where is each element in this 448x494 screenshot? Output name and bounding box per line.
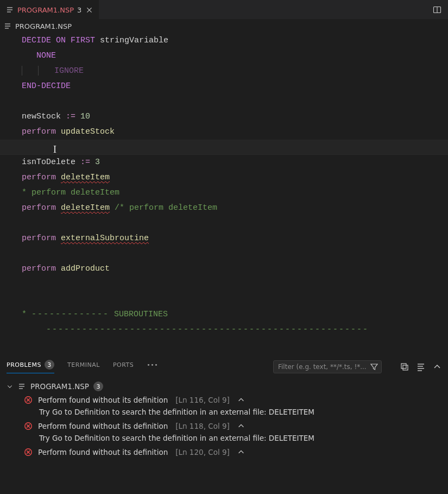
file-lines-icon bbox=[5, 5, 14, 14]
split-editor-icon[interactable] bbox=[426, 0, 448, 19]
problems-file-count: 3 bbox=[93, 382, 103, 391]
problem-message: Perform found without its definition bbox=[38, 448, 168, 457]
code-token: := bbox=[66, 112, 75, 121]
code-token: addProduct bbox=[56, 264, 110, 273]
problems-file-name: PROGRAM1.NSP bbox=[30, 382, 89, 391]
code-token: isnToDelete bbox=[22, 158, 80, 167]
ellipsis-icon: ••• bbox=[147, 361, 158, 368]
code-token: deleteItem bbox=[61, 173, 110, 182]
tab-filename: PROGRAM1.NSP bbox=[17, 6, 74, 14]
code-token: newStock bbox=[22, 112, 66, 121]
tab-badge: 3 bbox=[77, 6, 81, 14]
code-token: stringVariable bbox=[95, 36, 168, 45]
view-as-list-icon[interactable] bbox=[417, 362, 425, 371]
code-token: /* perform deleteItem bbox=[110, 203, 217, 212]
error-icon bbox=[24, 448, 33, 457]
code-token: ------------- bbox=[31, 310, 109, 319]
code-token: * perform deleteItem bbox=[22, 188, 119, 197]
code-token: perform bbox=[22, 203, 56, 212]
code-token: * bbox=[22, 310, 31, 319]
problem-item[interactable]: Perform found without its definition [Ln… bbox=[0, 446, 448, 459]
bottom-panel: Problems 3 Terminal Ports ••• bbox=[0, 357, 448, 494]
tab-label: Problems bbox=[7, 361, 41, 368]
problem-location: [Ln 118, Col 9] bbox=[175, 422, 230, 430]
file-lines-icon bbox=[17, 382, 26, 391]
code-token: perform bbox=[22, 234, 56, 243]
chevron-up-icon[interactable] bbox=[237, 396, 245, 404]
problems-list: PROGRAM1.NSP 3 Perform found without its… bbox=[0, 376, 448, 494]
tab-problems[interactable]: Problems 3 bbox=[7, 360, 54, 373]
code-token: perform bbox=[22, 173, 56, 182]
svg-rect-11 bbox=[403, 365, 408, 370]
error-icon bbox=[24, 396, 33, 404]
code-token: IGNORE bbox=[54, 66, 84, 76]
chevron-down-icon bbox=[7, 383, 13, 390]
chevron-up-icon[interactable] bbox=[237, 422, 245, 430]
code-token: updateStock bbox=[56, 127, 115, 136]
code-token: NONE bbox=[36, 51, 56, 60]
tab-terminal[interactable]: Terminal bbox=[67, 361, 100, 372]
tab-ports[interactable]: Ports bbox=[113, 361, 134, 372]
problem-message: Perform found without its definition bbox=[38, 396, 168, 404]
problems-filter-input[interactable] bbox=[273, 360, 382, 373]
breadcrumb[interactable]: PROGRAM1.NSP bbox=[0, 19, 448, 33]
problem-detail: Try Go to Definition to search the defin… bbox=[0, 433, 448, 446]
editor-tab[interactable]: PROGRAM1.NSP 3 bbox=[0, 0, 99, 19]
chevron-up-icon[interactable] bbox=[433, 362, 441, 371]
code-token: DECIDE ON FIRST bbox=[22, 36, 95, 45]
code-token: ----------------------------------------… bbox=[46, 325, 369, 334]
code-token: perform bbox=[22, 264, 56, 273]
collapse-all-icon[interactable] bbox=[400, 362, 409, 371]
problem-message: Perform found without its definition bbox=[38, 422, 168, 430]
problem-detail: Try Go to Definition to search the defin… bbox=[0, 407, 448, 420]
filter-wrap bbox=[273, 360, 382, 373]
close-icon[interactable] bbox=[85, 5, 93, 14]
problem-item[interactable]: Perform found without its definition [Ln… bbox=[0, 420, 448, 433]
panel-tab-row: Problems 3 Terminal Ports ••• bbox=[0, 357, 448, 376]
code-token: 10 bbox=[75, 112, 90, 121]
code-token: perform bbox=[22, 127, 56, 136]
code-token: END-DECIDE bbox=[22, 82, 71, 91]
error-icon bbox=[24, 422, 33, 430]
code-token: SUBROUTINES bbox=[109, 310, 168, 319]
file-lines-icon bbox=[3, 22, 12, 30]
code-token bbox=[56, 234, 61, 243]
tab-count: 3 bbox=[45, 360, 54, 370]
problem-item[interactable]: Perform found without its definition [Ln… bbox=[0, 393, 448, 407]
problem-location: [Ln 116, Col 9] bbox=[175, 396, 230, 404]
editor-tab-row: PROGRAM1.NSP 3 bbox=[0, 0, 448, 19]
code-token: 3 bbox=[90, 158, 100, 167]
code-token bbox=[56, 203, 61, 212]
breadcrumb-filename: PROGRAM1.NSP bbox=[15, 22, 72, 30]
code-editor[interactable]: I DECIDE ON FIRST stringVariable NONE IG… bbox=[0, 33, 448, 357]
svg-rect-10 bbox=[401, 364, 406, 368]
code-token: externalSubroutine bbox=[61, 234, 149, 243]
tab-overflow[interactable]: ••• bbox=[147, 361, 158, 372]
tab-label: Ports bbox=[113, 361, 134, 368]
tab-label: Terminal bbox=[67, 361, 100, 368]
problem-location: [Ln 120, Col 9] bbox=[175, 448, 230, 457]
code-token bbox=[56, 173, 61, 182]
code-token: deleteItem bbox=[61, 203, 110, 212]
code-token: := bbox=[80, 158, 90, 167]
problems-file-row[interactable]: PROGRAM1.NSP 3 bbox=[0, 379, 448, 393]
chevron-up-icon[interactable] bbox=[237, 448, 245, 456]
funnel-icon[interactable] bbox=[370, 362, 378, 371]
